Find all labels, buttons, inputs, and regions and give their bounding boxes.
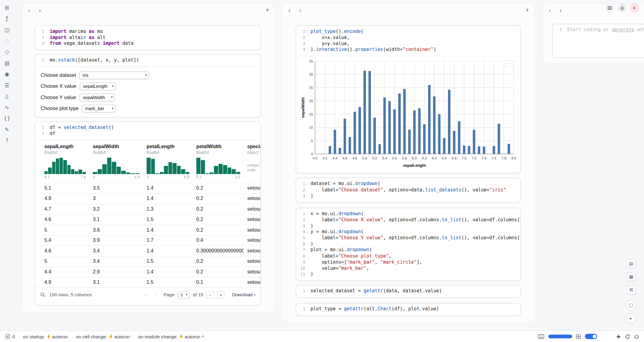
cell-plot-type[interactable]: 1plot_type = getattr(alt.Chart(df), plot… (296, 303, 521, 315)
code-editor[interactable]: 1plot_type = getattr(alt.Chart(df), plot… (296, 303, 520, 315)
code-editor[interactable]: 1mo.vstack([dataset, x, y, plot]) (35, 55, 260, 66)
code-line: 3) (296, 193, 520, 199)
snippets-icon[interactable]: {} (2, 115, 12, 122)
column-header-petalwidth[interactable]: petalWidthfloat640.12.5 (193, 140, 244, 183)
search-icon[interactable] (40, 292, 45, 297)
grid-icon[interactable] (576, 334, 581, 339)
add-cell-button[interactable]: + (523, 6, 531, 14)
line-number: 5 (296, 235, 305, 241)
errors-indicator[interactable]: 0 (5, 334, 15, 339)
column-prev-button[interactable]: ‹ (25, 6, 33, 14)
power-icon[interactable] (634, 334, 639, 339)
generate-with-ai-link[interactable]: generate (612, 27, 634, 33)
svg-text:7.4: 7.4 (481, 156, 487, 160)
table-cell: 3 (89, 193, 143, 204)
command-palette-button[interactable]: ⌘ (627, 285, 636, 294)
svg-text:0: 0 (311, 152, 313, 156)
fold-icon: ▾ (305, 229, 309, 235)
toggle-switch[interactable] (585, 334, 597, 339)
fold-icon (305, 265, 309, 272)
dropdown-choose-x-value[interactable]: sepalLength (80, 82, 116, 90)
column-header-petallength[interactable]: petalLengthfloat6416.9 (143, 140, 193, 183)
dropdown-choose-dataset[interactable]: iris (79, 71, 149, 79)
chart-menu-button[interactable]: ⋯ (504, 60, 514, 67)
code-editor[interactable]: 1selected_dataset = getattr(data, datase… (296, 285, 520, 297)
first-page-button[interactable]: « (142, 291, 149, 298)
table-cell: 4.9 (41, 277, 89, 287)
panel-layout-button[interactable]: ▤ (627, 259, 636, 268)
tracing-icon[interactable]: ∿ (2, 104, 12, 111)
cell-selected-dataset[interactable]: 1selected_dataset = getattr(data, datase… (296, 285, 521, 297)
chip-on-cell-change[interactable]: on cell change:autorun (76, 334, 130, 339)
menu-icon[interactable] (605, 4, 614, 12)
column-next-button[interactable]: › (36, 6, 44, 14)
download-button[interactable]: Download▾ (232, 292, 256, 297)
table-cell: 0.2 (193, 256, 244, 266)
refresh-icon[interactable] (625, 334, 630, 339)
fold-icon (44, 58, 48, 64)
column-prev-button[interactable]: ‹ (285, 6, 294, 14)
code-line: 6) (296, 241, 520, 248)
grid-layout-button[interactable]: ▦ (627, 272, 636, 281)
scratchpad-button[interactable]: ▢ (626, 300, 636, 311)
column-header-species[interactable]: speciesobjectunique:nulls: (244, 140, 260, 183)
chip-on-startup[interactable]: on startup:autorun (23, 334, 68, 339)
code-editor[interactable]: 1df = selected_dataset()2df (35, 122, 260, 140)
column-header-sepallength[interactable]: sepalLengthfloat644.37.9 (41, 140, 89, 183)
documentation-icon[interactable]: ▤ (2, 59, 12, 66)
outline-icon[interactable]: ☰ (2, 82, 12, 89)
scratchpad-icon[interactable]: ✎ (2, 126, 12, 133)
chip-on-module-change[interactable]: on module change:autorun▾ (138, 334, 204, 339)
table-cell: 3.9 (89, 235, 143, 245)
prev-page-button[interactable]: ‹ (153, 291, 160, 298)
logs-icon[interactable]: ▯ (2, 93, 12, 100)
svg-text:sepalLength: sepalLength (403, 163, 426, 168)
error-count: 0 (12, 334, 15, 339)
code-editor[interactable]: 1import marimo as mo2import altair as al… (35, 26, 260, 50)
code-line: 4).interactive().properties(width="conta… (296, 47, 520, 53)
cell-dataset-dropdown[interactable]: 1▾dataset = mo.ui.dropdown(2 label="Choo… (296, 178, 521, 202)
dropdown-label: Choose X value (41, 84, 76, 89)
column-prev-button[interactable]: ‹ (546, 6, 554, 14)
last-page-button[interactable]: » (217, 291, 224, 298)
file-explorer-icon[interactable]: ⊞ (2, 4, 12, 11)
table-cell: 4.6 (41, 214, 89, 225)
code-editor[interactable]: 1▾plot_type().encode(2 x=x.value,3 y=y.v… (296, 26, 520, 56)
marimo-files-icon[interactable]: ƒ (2, 15, 12, 22)
dropdown-choose-y-value[interactable]: sepalWidth (79, 94, 115, 102)
dependencies-icon[interactable]: ∴ (2, 37, 12, 45)
table-cell: 0.2 (193, 193, 244, 204)
cell-imports[interactable]: 1import marimo as mo2import altair as al… (35, 26, 261, 50)
column-next-button[interactable]: › (296, 6, 304, 14)
sparkle-icon[interactable] (616, 334, 621, 339)
line-number: 1 (296, 288, 305, 294)
page-select[interactable]: 1 (178, 291, 190, 299)
table-cell: 1.7 (143, 235, 193, 245)
add-cell-button[interactable]: + (263, 6, 271, 14)
bar-chart[interactable]: 4.04.24.44.64.85.05.25.45.65.86.06.26.46… (300, 59, 517, 168)
code-editor[interactable]: 1▾dataset = mo.ui.dropdown(2 label="Choo… (296, 178, 520, 202)
cell-vstack[interactable]: 1mo.vstack([dataset, x, y, plot]) Choose… (35, 54, 261, 117)
cell-dataframe[interactable]: 1df = selected_dataset()2df sepalLengthf… (35, 122, 261, 305)
dropdown-choose-plot-type[interactable]: mark_bar (82, 105, 115, 112)
code-line: 5 label="Choose Y value", options=df.col… (296, 235, 520, 241)
datasets-icon[interactable]: ◫ (2, 26, 12, 33)
code-line: 1▾plot_type().encode( (296, 29, 520, 35)
code-editor[interactable]: 1▾x = mo.ui.dropdown(2 label="Choose X v… (296, 208, 520, 280)
keyboard-icon[interactable] (538, 334, 544, 339)
packages-icon[interactable]: ◇ (2, 48, 12, 55)
settings-gear-icon[interactable] (618, 4, 626, 12)
svg-text:7.0: 7.0 (462, 156, 467, 160)
next-page-button[interactable]: › (206, 291, 214, 298)
code-editor[interactable]: 1 Start coding or generate with AI (553, 24, 644, 36)
column-header: ‹ › + (282, 4, 535, 17)
shutdown-close-icon[interactable]: × (630, 4, 639, 12)
cell-new-empty[interactable]: 1 Start coding or generate with AI (553, 24, 644, 57)
jump-run-button[interactable]: ▸ (626, 313, 636, 324)
ai-assistant-icon[interactable]: ◉ (2, 71, 12, 78)
cell-chart[interactable]: 1▾plot_type().encode(2 x=x.value,3 y=y.v… (296, 26, 521, 173)
help-icon[interactable]: ? (2, 137, 12, 144)
cell-xy-plot-dropdowns[interactable]: 1▾x = mo.ui.dropdown(2 label="Choose X v… (296, 208, 521, 281)
column-header-sepalwidth[interactable]: sepalWidthfloat6424.4 (89, 140, 143, 183)
column-next-button[interactable]: › (556, 6, 565, 14)
